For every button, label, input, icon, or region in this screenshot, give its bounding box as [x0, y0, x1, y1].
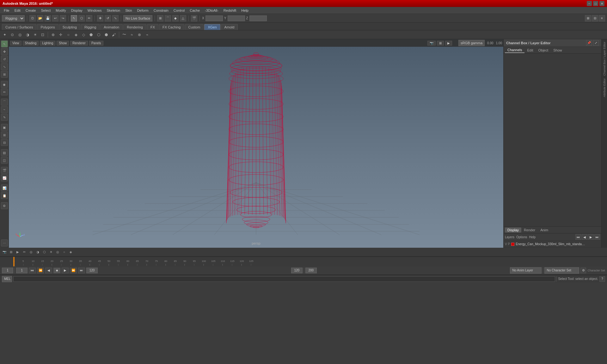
attribute-editor-btn[interactable]: ⚙ — [1, 202, 8, 209]
translate-btn[interactable]: ✥ — [1, 48, 8, 55]
vp-icon-ambient[interactable]: ○ — [61, 249, 67, 255]
render-btn[interactable]: 🎬 — [191, 15, 197, 21]
icon-motion-path[interactable]: ⌁ — [144, 31, 150, 38]
icon-paint[interactable]: 🖌 — [110, 31, 117, 38]
max-range-input[interactable] — [305, 268, 317, 273]
layer-row[interactable]: V P Energy_Can_Mockup_330ml_Slim_mb_stan… — [504, 241, 601, 248]
menu-control[interactable]: Control — [171, 8, 187, 13]
icon-wireframe[interactable]: ◎ — [16, 31, 23, 38]
undo-btn[interactable]: ↩ — [52, 15, 58, 21]
display-mode-btn[interactable]: ▤ — [1, 149, 8, 156]
layout-btn-3[interactable]: ≡ — [599, 15, 605, 21]
vp-view-menu[interactable]: View — [10, 41, 21, 46]
save-btn[interactable]: 💾 — [45, 15, 51, 21]
snap-grid-btn[interactable]: ⊞ — [157, 15, 163, 21]
cb-tab-object[interactable]: Object — [536, 48, 551, 53]
maximize-button[interactable]: □ — [593, 1, 598, 6]
z-coord-input[interactable] — [249, 15, 267, 21]
menu-redshift[interactable]: Redshift — [221, 8, 239, 13]
tab-sculpting[interactable]: Sculpting — [59, 24, 80, 30]
vp-icon-wire[interactable]: ◎ — [28, 249, 34, 255]
tab-rendering[interactable]: Rendering — [123, 24, 146, 30]
tab-xgen[interactable]: XGen — [204, 24, 220, 30]
current-frame-input[interactable]: 1 — [2, 268, 13, 273]
viewport[interactable]: View Shading Lighting Show Renderer Pane… — [9, 39, 503, 248]
vp-cam-btn[interactable]: 📷 — [427, 41, 436, 46]
layer-nav-next-next[interactable]: ⏭ — [594, 234, 600, 240]
cb-pin-btn[interactable]: 📌 — [586, 40, 592, 46]
vp-icon-isolate[interactable]: ◈ — [68, 249, 74, 255]
select-mode-btn[interactable]: ↖ — [1, 40, 8, 47]
icon-subdiv[interactable]: ⬢ — [103, 31, 110, 38]
icon-light[interactable]: ☀ — [32, 31, 39, 38]
vp-renderer-menu[interactable]: Renderer — [70, 41, 88, 46]
redo-btn[interactable]: ↪ — [60, 15, 66, 21]
play-fwd-btn[interactable]: ▶ — [62, 268, 69, 273]
vp-playback-btn[interactable]: ▶ — [445, 41, 452, 46]
open-btn[interactable]: 📂 — [37, 15, 43, 21]
vp-icon-texture[interactable]: ⬡ — [41, 249, 47, 255]
menu-cache[interactable]: Cache — [187, 8, 202, 13]
lasso-select-btn[interactable]: ⬡ — [78, 15, 85, 21]
no-char-set-label[interactable]: No Character Set — [544, 267, 579, 274]
curve-tool-btn[interactable]: ⌒ — [1, 99, 8, 106]
vtab-channel-box[interactable]: Channel Box / Layer Editor — [602, 40, 607, 77]
layer-nav-next[interactable]: ▶ — [588, 234, 594, 240]
new-scene-btn[interactable]: 🗋 — [29, 15, 36, 21]
menu-3dtoall[interactable]: -3DtoAll- — [202, 8, 221, 13]
vp-icon-shadow[interactable]: ◎ — [54, 249, 61, 255]
vp-panels-menu[interactable]: Panels — [89, 41, 103, 46]
menu-skeleton[interactable]: Skeleton — [104, 8, 123, 13]
hypergraph-btn[interactable]: ◫ — [1, 157, 8, 164]
play-back-btn[interactable]: ◀ — [45, 268, 52, 273]
layer-nav-prev[interactable]: ◀ — [582, 234, 587, 240]
vtab-attribute-editor[interactable]: Attribute Editor — [602, 77, 607, 99]
snap-point-btn[interactable]: ◆ — [172, 15, 179, 21]
command-line-input[interactable] — [13, 276, 555, 282]
icon-deformer[interactable]: ◇ — [80, 31, 87, 38]
y-coord-input[interactable] — [228, 15, 245, 21]
menu-modify[interactable]: Modify — [53, 8, 68, 13]
ep-curve-btn[interactable]: ~ — [1, 106, 8, 113]
step-fwd-btn[interactable]: ⏩ — [70, 268, 77, 273]
scale-tool-btn[interactable]: ⤡ — [112, 15, 119, 21]
icon-hair[interactable]: 〜 — [121, 31, 128, 38]
tab-rigging[interactable]: Rigging — [81, 24, 100, 30]
close-button[interactable]: ✕ — [599, 1, 604, 6]
range-end-input[interactable]: 120 — [86, 268, 98, 273]
tab-fx[interactable]: FX — [147, 24, 158, 30]
manip-btn[interactable]: ⊞ — [1, 71, 8, 78]
menu-skin[interactable]: Skin — [123, 8, 134, 13]
soft-select-btn[interactable]: ◉ — [1, 81, 8, 88]
mode-dropdown[interactable]: Rigging — [2, 15, 25, 21]
menu-create[interactable]: Create — [23, 8, 39, 13]
icon-locator[interactable]: ✛ — [57, 31, 64, 38]
cb-render-tab[interactable]: Render — [521, 228, 538, 233]
icon-xray[interactable]: ⊙ — [9, 31, 16, 38]
layer-nav-prev-prev[interactable]: ⏮ — [575, 234, 581, 240]
vp-gamma-dropdown[interactable]: sRGB gamma — [458, 40, 485, 46]
stop-btn[interactable]: ■ — [53, 268, 60, 273]
max-frame-input[interactable]: 200 — [291, 268, 303, 273]
menu-display[interactable]: Display — [69, 8, 85, 13]
graph-editor-btn[interactable]: 📈 — [1, 174, 8, 181]
vp-grid-btn[interactable]: ⊞ — [437, 41, 444, 46]
cb-expand-btn[interactable]: ⤢ — [593, 40, 599, 46]
icon-texture[interactable]: ⊡ — [39, 31, 46, 38]
vp-icon-shaded[interactable]: ◑ — [34, 249, 41, 255]
cb-tab-channels[interactable]: Channels — [505, 47, 524, 53]
minimize-button[interactable]: − — [587, 1, 592, 6]
tab-fx-caching[interactable]: FX Caching — [159, 24, 184, 30]
layout-btn-1[interactable]: ⊞ — [585, 15, 591, 21]
pencil-curve-btn[interactable]: ✎ — [1, 114, 8, 121]
render-view-btn[interactable]: 🎬 — [1, 167, 8, 174]
icon-pivot[interactable]: ⊕ — [50, 31, 57, 38]
vp-icon-paint[interactable]: ✏ — [21, 249, 28, 255]
icon-polygon[interactable]: ⬡ — [95, 31, 102, 38]
icon-fluid[interactable]: ≈ — [128, 31, 135, 38]
mel-label[interactable]: MEL — [2, 276, 12, 282]
status-help-btn[interactable]: ? — [599, 276, 605, 282]
icon-ik[interactable]: ◈ — [72, 31, 79, 38]
tab-arnold[interactable]: Arnold — [221, 24, 238, 30]
icon-constraint[interactable]: ⊗ — [136, 31, 143, 38]
